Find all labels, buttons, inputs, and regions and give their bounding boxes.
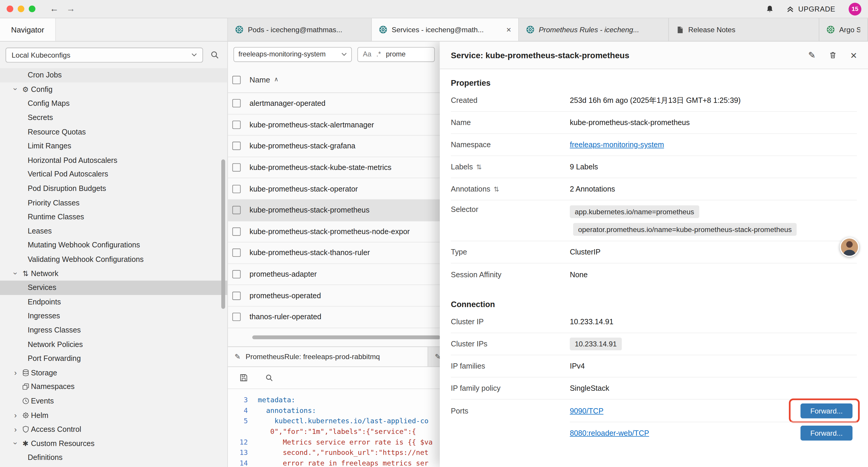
table-row-selected[interactable]: kube-prometheus-stack-prometheus (228, 200, 440, 221)
tab-release-notes[interactable]: Release Notes (669, 18, 819, 41)
sidebar-item-namespaces[interactable]: Namespaces (0, 380, 227, 394)
row-checkbox[interactable] (232, 249, 241, 257)
search-icon[interactable] (208, 48, 222, 62)
network-icon: ⇅ (20, 269, 31, 278)
horizontal-scrollbar[interactable] (252, 335, 440, 339)
sidebar-item-events[interactable]: Events (0, 394, 227, 408)
row-checkbox[interactable] (232, 142, 241, 150)
expand-updown-icon[interactable]: ⇅ (494, 185, 499, 193)
row-checkbox[interactable] (232, 99, 241, 108)
sidebar-item-pod-disruption-budgets[interactable]: Pod Disruption Budgets (0, 181, 227, 196)
sidebar-item-config[interactable]: › ⚙ Config (0, 82, 227, 96)
sidebar-item-priority-classes[interactable]: Priority Classes (0, 196, 227, 210)
table-row[interactable]: kube-prometheus-stack-operator (228, 178, 440, 200)
row-checkbox[interactable] (232, 270, 241, 279)
avatar[interactable] (840, 237, 859, 257)
sidebar-item-horizontal-pod-autoscalers[interactable]: Horizontal Pod Autoscalers (0, 153, 227, 167)
tab-services[interactable]: Services - icecheng@math... × (372, 18, 519, 41)
close-icon[interactable]: × (850, 50, 857, 61)
delete-icon[interactable] (829, 51, 837, 59)
config-icon: ⚙ (20, 85, 31, 93)
close-icon[interactable]: × (506, 25, 511, 34)
sidebar-item-label: Config Maps (28, 99, 70, 108)
expand-updown-icon[interactable]: ⇅ (476, 163, 482, 171)
back-icon[interactable]: ← (50, 4, 59, 13)
chevron-right-icon[interactable]: › (11, 411, 20, 419)
sidebar-item-custom-resources[interactable]: › ✱ Custom Resources (0, 436, 227, 450)
port-link[interactable]: 9090/TCP (570, 406, 603, 415)
sidebar-item-port-forwarding[interactable]: Port Forwarding (0, 351, 227, 366)
sidebar-item-limit-ranges[interactable]: Limit Ranges (0, 139, 227, 153)
notification-count-badge[interactable]: 15 (848, 2, 861, 15)
sidebar-item-access-control[interactable]: › Access Control (0, 422, 227, 436)
sidebar-item-vertical-pod-autoscalers[interactable]: Vertical Pod Autoscalers (0, 167, 227, 181)
sidebar-item-helm[interactable]: › Helm (0, 408, 227, 422)
sidebar-item-secrets[interactable]: Secrets (0, 111, 227, 125)
row-checkbox[interactable] (232, 313, 241, 321)
notifications-bell-icon[interactable] (766, 5, 774, 13)
service-name: kube-prometheus-stack-prometheus (249, 206, 369, 214)
chevron-down-icon[interactable]: › (11, 85, 20, 94)
editor-tab-prometheusrule[interactable]: ✎ PrometheusRule: freeleaps-prod-rabbitm… (228, 347, 428, 367)
tab-prometheus-rules[interactable]: Prometheus Rules - icecheng... (519, 18, 669, 41)
search-input[interactable]: Aa .* prome (358, 47, 435, 62)
table-row[interactable]: alertmanager-operated (228, 93, 440, 114)
tab-argo[interactable]: Argo Se (819, 18, 868, 41)
port-link[interactable]: 8080:reloader-web/TCP (570, 429, 649, 437)
table-row[interactable]: kube-prometheus-stack-prometheus-node-ex… (228, 221, 440, 242)
sidebar-scrollbar[interactable] (221, 159, 225, 309)
forward-button[interactable]: Forward... (801, 426, 852, 441)
save-icon[interactable] (236, 371, 251, 385)
sidebar-item-ingresses[interactable]: Ingresses (0, 309, 227, 323)
minimize-window-button[interactable] (18, 6, 24, 12)
edit-icon[interactable]: ✎ (808, 50, 816, 61)
sidebar-item-mutating-webhook-configurations[interactable]: Mutating Webhook Configurations (0, 238, 227, 252)
sidebar-item-leases[interactable]: Leases (0, 224, 227, 238)
table-row[interactable]: prometheus-operated (228, 285, 440, 307)
table-row[interactable]: kube-prometheus-stack-kube-state-metrics (228, 157, 440, 178)
namespace-select[interactable]: freeleaps-monitoring-system (234, 47, 352, 62)
maximize-window-button[interactable] (29, 6, 35, 12)
upgrade-button[interactable]: UPGRADE (786, 5, 836, 13)
sidebar-item-storage[interactable]: › Storage (0, 366, 227, 380)
kubeconfig-select[interactable]: Local Kubeconfigs (6, 47, 203, 62)
sidebar-item-cron-jobs[interactable]: Cron Jobs (0, 68, 227, 82)
sidebar-item-endpoints[interactable]: Endpoints (0, 295, 227, 309)
select-all-checkbox[interactable] (232, 76, 241, 84)
sidebar-item-validating-webhook-configurations[interactable]: Validating Webhook Configurations (0, 252, 227, 266)
forward-button[interactable]: Forward... (801, 403, 852, 418)
row-checkbox[interactable] (232, 121, 241, 129)
chevron-right-icon[interactable]: › (11, 368, 20, 377)
row-checkbox[interactable] (232, 206, 241, 214)
sidebar-item-runtime-classes[interactable]: Runtime Classes (0, 210, 227, 224)
table-row[interactable]: prometheus-adapter (228, 264, 440, 285)
sidebar-item-network[interactable]: › ⇅ Network (0, 266, 227, 281)
sidebar-item-ingress-classes[interactable]: Ingress Classes (0, 323, 227, 337)
sidebar-item-network-policies[interactable]: Network Policies (0, 337, 227, 351)
row-checkbox[interactable] (232, 164, 241, 172)
name-column-header[interactable]: Name ∧ (249, 76, 278, 84)
table-row[interactable]: kube-prometheus-stack-alertmanager (228, 114, 440, 136)
row-checkbox[interactable] (232, 227, 241, 236)
chevron-down-icon[interactable]: › (11, 439, 20, 448)
sidebar-item-definitions[interactable]: Definitions (0, 450, 227, 465)
match-case-toggle[interactable]: Aa (363, 50, 371, 58)
code-line: 0","for":"1m","labels":{"service":{ (251, 426, 416, 437)
row-checkbox[interactable] (232, 291, 241, 300)
sidebar-item-config-maps[interactable]: Config Maps (0, 96, 227, 111)
sidebar-item-services[interactable]: Services (0, 281, 227, 295)
row-checkbox[interactable] (232, 185, 241, 193)
table-row[interactable]: thanos-ruler-operated (228, 307, 440, 328)
table-row[interactable]: kube-prometheus-stack-grafana (228, 136, 440, 157)
close-window-button[interactable] (6, 6, 13, 12)
sidebar-item-resource-quotas[interactable]: Resource Quotas (0, 125, 227, 139)
navigator-tab[interactable]: Navigator (0, 18, 56, 41)
chevron-right-icon[interactable]: › (11, 425, 20, 434)
search-icon[interactable] (262, 371, 276, 385)
forward-icon[interactable]: → (66, 4, 75, 13)
tab-pods[interactable]: Pods - icecheng@mathmas... (228, 18, 372, 41)
chevron-down-icon[interactable]: › (11, 269, 20, 278)
regex-toggle[interactable]: .* (376, 50, 381, 58)
table-row[interactable]: kube-prometheus-stack-thanos-ruler (228, 242, 440, 264)
namespace-link[interactable]: freeleaps-monitoring-system (570, 141, 664, 149)
